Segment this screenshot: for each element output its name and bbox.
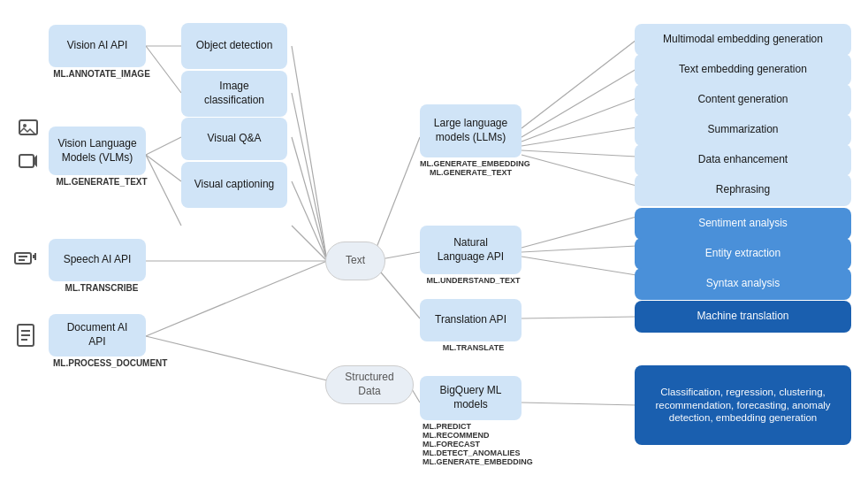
vision-ai-sublabel: ML.ANNOTATE_IMAGE <box>53 69 150 79</box>
llm-node: Large language models (LLMs) <box>420 104 522 157</box>
object-detection-label: Object detection <box>196 39 273 53</box>
svg-line-19 <box>522 98 636 142</box>
llm-label: Large language models (LLMs) <box>429 117 513 144</box>
summarization-node: Summarization <box>635 114 851 146</box>
image-classification-node: Image classification <box>181 71 287 117</box>
nlp-node: Natural Language API <box>420 226 522 274</box>
bigquery-node: BigQuery ML models <box>420 376 522 420</box>
translation-node: Translation API <box>420 299 522 341</box>
vision-language-sublabel: ML.GENERATE_TEXT <box>53 177 150 187</box>
image-icon <box>16 115 41 140</box>
speech-icon <box>13 248 38 272</box>
svg-line-20 <box>522 127 636 146</box>
rephrasing-node: Rephrasing <box>635 174 851 206</box>
visual-qa-node: Visual Q&A <box>181 118 287 160</box>
multimodal-node: Multimodal embedding generation <box>635 24 851 56</box>
speech-sublabel: ML.TRANSCRIBE <box>53 283 150 293</box>
svg-line-26 <box>522 317 636 318</box>
entity-node: Entity extraction <box>635 238 851 270</box>
nlp-sublabel: ML.UNDERSTAND_TEXT <box>423 276 524 285</box>
visual-qa-label: Visual Q&A <box>207 132 261 146</box>
svg-line-27 <box>522 402 636 405</box>
translation-label: Translation API <box>435 313 506 327</box>
syntax-label: Syntax analysis <box>706 277 780 291</box>
text-label: Text <box>346 254 365 268</box>
entity-label: Entity extraction <box>705 247 780 261</box>
svg-rect-30 <box>19 155 34 167</box>
data-enhancement-label: Data enhancement <box>698 153 788 167</box>
vision-ai-api-node: Vision AI API <box>49 25 146 67</box>
nlp-label: Natural Language API <box>429 236 513 264</box>
document-ai-node: Document AI API <box>49 314 146 356</box>
speech-ai-node: Speech AI API <box>49 239 146 281</box>
svg-line-24 <box>522 246 636 252</box>
image-classification-label: Image classification <box>190 80 278 107</box>
vision-language-node: Vision Language Models (VLMs) <box>49 126 146 175</box>
svg-line-21 <box>522 150 636 157</box>
structured-data-label: Structured Data <box>335 371 404 398</box>
svg-rect-32 <box>15 253 31 264</box>
svg-line-13 <box>371 137 420 261</box>
rephrasing-label: Rephrasing <box>716 183 770 197</box>
machine-translation-node: Machine translation <box>635 301 851 333</box>
svg-point-29 <box>23 124 27 127</box>
svg-line-4 <box>146 155 181 226</box>
video-icon <box>16 149 41 173</box>
speech-ai-label: Speech AI API <box>64 253 132 267</box>
object-detection-node: Object detection <box>181 23 287 69</box>
svg-line-17 <box>522 40 636 128</box>
svg-line-18 <box>522 69 636 137</box>
summarization-label: Summarization <box>707 123 778 137</box>
svg-line-22 <box>522 155 636 186</box>
visual-captioning-label: Visual captioning <box>194 178 275 192</box>
translation-sublabel: ML.TRANSLATE <box>423 343 524 352</box>
structured-data-oval: Structured Data <box>325 365 414 404</box>
content-generation-label: Content generation <box>697 93 788 107</box>
text-oval: Text <box>325 242 385 280</box>
vision-ai-api-label: Vision AI API <box>67 39 128 53</box>
multimodal-label: Multimodal embedding generation <box>663 33 823 47</box>
text-embedding-label: Text embedding generation <box>679 63 807 77</box>
bigquery-sublabel: ML.PREDICTML.RECOMMENDML.FORECASTML.DETE… <box>423 422 524 466</box>
svg-line-11 <box>146 261 327 336</box>
svg-line-12 <box>146 336 327 380</box>
document-icon <box>13 323 38 348</box>
content-generation-node: Content generation <box>635 84 851 116</box>
svg-line-25 <box>522 257 636 275</box>
text-embedding-node: Text embedding generation <box>635 54 851 86</box>
syntax-node: Syntax analysis <box>635 268 851 300</box>
data-enhancement-node: Data enhancement <box>635 144 851 176</box>
classification-label: Classification, regression, clustering, … <box>643 386 842 426</box>
svg-line-23 <box>522 217 636 248</box>
machine-translation-label: Machine translation <box>697 310 788 324</box>
svg-line-2 <box>146 137 181 155</box>
sentiment-label: Sentiment analysis <box>698 217 788 231</box>
diagram-container: Vision AI API ML.ANNOTATE_IMAGE Vision L… <box>0 0 868 483</box>
llm-sublabel: ML.GENERATE_EMBEDDINGML.GENERATE_TEXT <box>420 159 522 177</box>
svg-line-7 <box>292 137 327 261</box>
svg-line-5 <box>292 46 327 261</box>
bigquery-label: BigQuery ML models <box>429 384 513 411</box>
svg-rect-28 <box>19 120 37 134</box>
svg-line-3 <box>146 155 181 181</box>
classification-node: Classification, regression, clustering, … <box>635 365 851 445</box>
visual-captioning-node: Visual captioning <box>181 162 287 208</box>
svg-line-9 <box>292 226 327 261</box>
svg-line-1 <box>146 46 181 93</box>
document-ai-label: Document AI API <box>57 321 137 349</box>
svg-line-6 <box>292 93 327 261</box>
sentiment-node: Sentiment analysis <box>635 208 851 240</box>
vision-language-label: Vision Language Models (VLMs) <box>57 137 137 165</box>
document-sublabel: ML.PROCESS_DOCUMENT <box>53 358 150 368</box>
svg-line-8 <box>292 181 327 261</box>
